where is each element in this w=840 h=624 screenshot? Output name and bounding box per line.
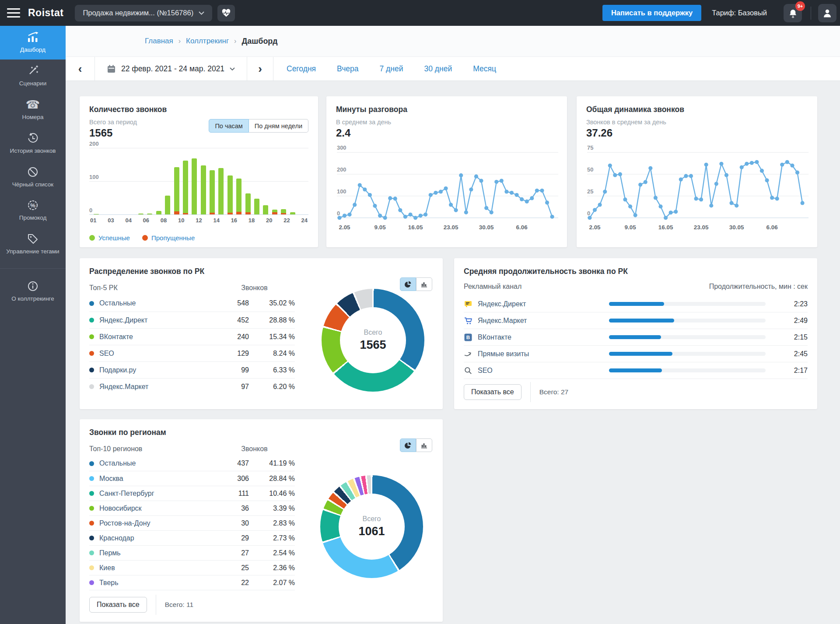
svg-text:100: 100 bbox=[337, 188, 346, 195]
user-icon bbox=[822, 8, 833, 18]
kpi-value: 2.4 bbox=[336, 127, 350, 139]
row-value: 306 bbox=[214, 475, 249, 483]
row-percent: 8.24 % bbox=[249, 350, 295, 358]
support-button[interactable]: Написать в поддержку bbox=[602, 5, 701, 21]
period-7days-link[interactable]: 7 дней bbox=[380, 64, 403, 74]
sidebar-item-promocode[interactable]: % Промокод bbox=[0, 194, 66, 228]
health-monitor-button[interactable] bbox=[217, 5, 235, 21]
yandex-market-icon bbox=[464, 316, 478, 325]
row-percent: 15.34 % bbox=[249, 333, 295, 341]
avatar[interactable] bbox=[818, 4, 836, 22]
next-period-button[interactable]: › bbox=[247, 57, 273, 81]
notifications-button[interactable]: 9+ bbox=[784, 4, 802, 22]
prev-period-button[interactable]: ‹ bbox=[66, 57, 95, 81]
hamburger-menu-icon[interactable] bbox=[7, 8, 20, 18]
sidebar-item-scenarios[interactable]: Сценарии bbox=[0, 60, 66, 93]
pie-chart-icon bbox=[404, 280, 412, 288]
duration-bar bbox=[609, 352, 766, 356]
svg-text:30.05: 30.05 bbox=[729, 224, 744, 231]
row-label: Пермь bbox=[99, 549, 214, 557]
breadcrumb-home-link[interactable]: Главная bbox=[145, 37, 173, 46]
svg-text:25: 25 bbox=[587, 188, 593, 195]
row-value: 29 bbox=[214, 534, 249, 542]
yandex-direct-icon bbox=[464, 300, 478, 308]
show-all-button[interactable]: Показать все bbox=[464, 384, 522, 400]
kpi-subtitle: В среднем за день bbox=[336, 119, 391, 126]
calls-dynamics-card: Общая динамика звонков Звонков в среднем… bbox=[577, 96, 817, 247]
svg-text:2.05: 2.05 bbox=[589, 224, 601, 231]
series-color-dot bbox=[89, 301, 94, 306]
period-today-link[interactable]: Сегодня bbox=[287, 64, 316, 74]
period-month-link[interactable]: Месяц bbox=[473, 64, 496, 74]
row-label: Краснодар bbox=[99, 534, 214, 542]
calls-by-hour-chart: 200100001030406081012141618202224 bbox=[89, 148, 308, 231]
card-title: Количество звонков bbox=[89, 105, 167, 114]
legend-missed[interactable]: Пропущенные bbox=[142, 234, 195, 242]
dashboard-icon bbox=[26, 31, 40, 43]
row-percent: 28.88 % bbox=[249, 316, 295, 324]
legend-success[interactable]: Успешные bbox=[89, 234, 130, 242]
bars-mode-toggle: По часам По дням недели bbox=[209, 119, 308, 133]
row-value: 25 bbox=[214, 564, 249, 572]
svg-text:200: 200 bbox=[337, 166, 346, 173]
calls-dynamics-chart: 02550752.059.0516.0523.0530.056.06 bbox=[584, 145, 810, 239]
row-percent: 35.02 % bbox=[249, 299, 295, 307]
footer-divider bbox=[156, 595, 156, 615]
percent-icon: % bbox=[27, 199, 39, 211]
footer-total: Всего: 27 bbox=[539, 388, 569, 396]
bar-view-button[interactable] bbox=[416, 438, 432, 452]
sidebar-item-tag-management[interactable]: Управление тегами bbox=[0, 228, 66, 261]
period-30days-link[interactable]: 30 дней bbox=[424, 64, 452, 74]
regions-donut-chart: Всего 1061 bbox=[320, 475, 423, 578]
table-header: Рекламный канал Продолжительность, мин :… bbox=[464, 283, 808, 291]
blocked-icon bbox=[27, 166, 39, 178]
row-value: 111 bbox=[214, 490, 249, 498]
project-selector[interactable]: Продажа недвижим... (№156786) bbox=[75, 5, 212, 21]
sidebar-divider bbox=[0, 268, 66, 269]
row-value: 30 bbox=[214, 519, 249, 527]
direct-visits-icon bbox=[464, 350, 478, 358]
breadcrumb-calltracking-link[interactable]: Коллтрекинг bbox=[186, 37, 229, 46]
table-row: Москва30628.84 % bbox=[89, 471, 295, 486]
pie-view-button[interactable] bbox=[400, 438, 416, 452]
by-hours-button[interactable]: По часам bbox=[209, 119, 248, 133]
row-percent: 28.84 % bbox=[249, 475, 295, 483]
table-row: Яндекс.Маркет976.20 % bbox=[89, 378, 295, 395]
table-header: Топ-5 РК Звонков bbox=[89, 281, 295, 295]
svg-text:6.06: 6.06 bbox=[766, 224, 778, 231]
card-title: Средняя продолжительность звонка по РК bbox=[464, 267, 628, 276]
sidebar-item-dashboard[interactable]: Дашборд bbox=[0, 26, 66, 60]
show-all-button[interactable]: Показать все bbox=[89, 597, 147, 613]
kpi-subtitle: Всего за период bbox=[89, 119, 137, 126]
breadcrumb-separator: › bbox=[178, 37, 181, 45]
breadcrumb: Главная › Коллтрекинг › Дашборд bbox=[145, 37, 277, 46]
date-range-picker[interactable]: 22 февр. 2021 - 24 мар. 2021 bbox=[95, 57, 247, 81]
sidebar-item-call-history[interactable]: История звонков bbox=[0, 127, 66, 161]
series-color-dot bbox=[89, 318, 94, 323]
period-yesterday-link[interactable]: Вчера bbox=[337, 64, 358, 74]
row-label: Тверь bbox=[99, 579, 214, 587]
talk-minutes-card: Минуты разговора В среднем за день 2.4 0… bbox=[326, 96, 567, 247]
bar bbox=[156, 211, 161, 214]
svg-text:300: 300 bbox=[337, 145, 346, 151]
info-icon bbox=[27, 280, 39, 292]
row-label: Подарки.ру bbox=[99, 366, 214, 374]
phone-icon: ☎ bbox=[26, 98, 40, 111]
series-color-dot bbox=[89, 491, 94, 496]
svg-text:23.05: 23.05 bbox=[444, 224, 458, 231]
row-value: 129 bbox=[214, 350, 249, 358]
row-label: Санкт-Петербург bbox=[99, 490, 214, 498]
sidebar-item-blacklist[interactable]: Чёрный список bbox=[0, 161, 66, 194]
by-weekdays-button[interactable]: По дням недели bbox=[249, 119, 308, 133]
breadcrumb-band: Главная › Коллтрекинг › Дашборд bbox=[66, 26, 840, 56]
series-color-dot bbox=[89, 521, 94, 526]
sidebar: Дашборд Сценарии ☎ Номера История звонко… bbox=[0, 26, 66, 624]
svg-text:В: В bbox=[466, 335, 470, 340]
sidebar-item-numbers[interactable]: ☎ Номера bbox=[0, 93, 66, 127]
bar bbox=[192, 158, 197, 214]
kpi-value: 37.26 bbox=[586, 127, 612, 139]
duration-bar bbox=[609, 335, 766, 339]
row-label: Яндекс.Директ bbox=[478, 300, 609, 308]
sidebar-item-about-calltracking[interactable]: О коллтрекинге bbox=[0, 275, 66, 308]
roistat-logo: Roistat bbox=[28, 7, 63, 19]
